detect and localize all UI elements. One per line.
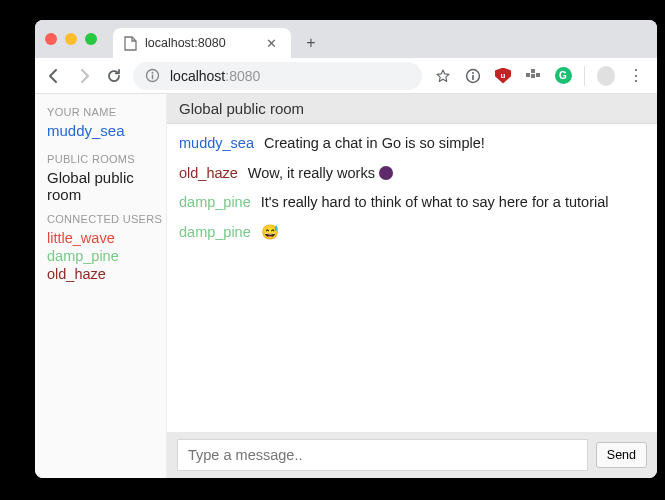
close-tab-button[interactable]: ✕ [262,34,281,53]
message-input[interactable] [177,439,588,471]
svg-rect-9 [536,73,540,77]
svg-rect-6 [526,73,530,77]
message-text: Creating a chat in Go is so simple! [264,135,485,151]
chat-message: muddy_seaCreating a chat in Go is so sim… [179,134,645,154]
close-window-button[interactable] [45,33,57,45]
sidebar-label-users: CONNECTED USERS [47,213,166,225]
chat-compose-bar: Send [167,432,657,478]
extension-grid-icon[interactable] [524,67,542,85]
sidebar-room-item[interactable]: Global public room [47,169,166,203]
svg-point-1 [152,72,154,74]
message-author: old_haze [179,165,238,181]
svg-rect-8 [531,74,535,78]
chat-message: damp_pineIt's really hard to think of wh… [179,193,645,213]
message-author: damp_pine [179,224,251,240]
chat-room-title: Global public room [167,94,657,124]
emoji-icon [379,166,393,180]
bookmark-icon[interactable] [434,67,452,85]
send-button[interactable]: Send [596,442,647,468]
message-text: 😅 [261,224,279,240]
chat-message: old_hazeWow, it really works [179,164,645,184]
address-port: :8080 [225,68,260,84]
chat-message: damp_pine😅 [179,223,645,243]
sidebar-user-item[interactable]: little_wave [47,229,166,247]
sidebar-user-list: little_wavedamp_pineold_haze [47,229,166,283]
sidebar-label-your-name: YOUR NAME [47,106,166,118]
window-controls [45,20,113,58]
sidebar: YOUR NAME muddy_sea PUBLIC ROOMS Global … [35,94,167,478]
chat-message-list: muddy_seaCreating a chat in Go is so sim… [167,124,657,432]
svg-point-4 [472,72,474,74]
toolbar-divider [584,66,585,86]
profile-avatar[interactable] [597,67,615,85]
svg-rect-5 [472,75,474,80]
new-tab-button[interactable]: + [299,31,323,55]
sidebar-my-name[interactable]: muddy_sea [47,122,125,139]
reload-button[interactable] [103,65,125,87]
message-text: Wow, it really works [248,165,379,181]
ublock-shield-icon[interactable]: u [494,67,512,85]
message-author: damp_pine [179,194,251,210]
maximize-window-button[interactable] [85,33,97,45]
grammarly-icon[interactable]: G [554,67,572,85]
svg-rect-7 [531,69,535,73]
browser-toolbar: localhost:8080 u G [35,58,657,94]
address-host: localhost [170,68,225,84]
site-info-icon[interactable] [145,68,160,83]
message-text: It's really hard to think of what to say… [261,194,609,210]
toolbar-right: u G ⋮ [430,66,649,86]
browser-tab[interactable]: localhost:8080 ✕ [113,28,291,58]
info-extension-icon[interactable] [464,67,482,85]
back-button[interactable] [43,65,65,87]
forward-button[interactable] [73,65,95,87]
page-icon [123,36,137,50]
sidebar-label-rooms: PUBLIC ROOMS [47,153,166,165]
tab-title: localhost:8080 [145,36,262,50]
browser-window: localhost:8080 ✕ + localhost:8080 [35,20,657,478]
tabstrip: localhost:8080 ✕ + [35,20,657,58]
minimize-window-button[interactable] [65,33,77,45]
chat-panel: Global public room muddy_seaCreating a c… [167,94,657,478]
sidebar-user-item[interactable]: damp_pine [47,247,166,265]
sidebar-user-item[interactable]: old_haze [47,265,166,283]
browser-menu-button[interactable]: ⋮ [627,67,645,85]
page-content: YOUR NAME muddy_sea PUBLIC ROOMS Global … [35,94,657,478]
message-author: muddy_sea [179,135,254,151]
svg-rect-2 [152,75,154,80]
address-bar[interactable]: localhost:8080 [133,62,422,90]
